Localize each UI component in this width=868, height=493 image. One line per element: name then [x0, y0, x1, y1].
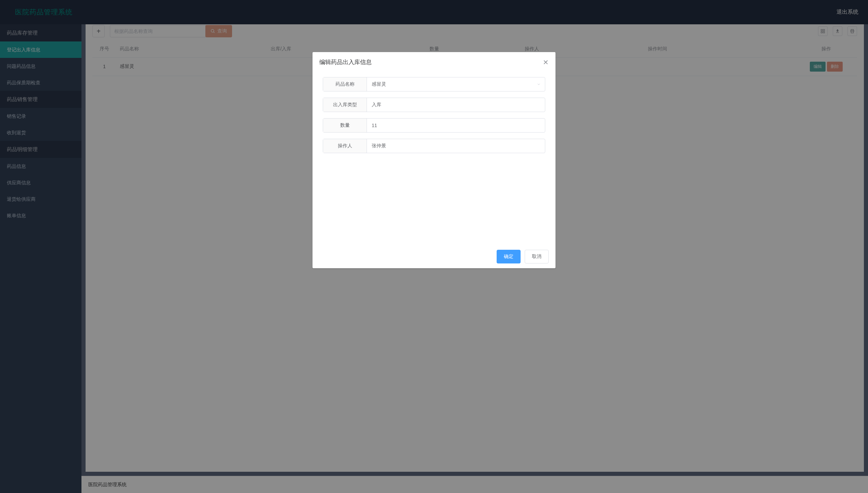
form-row-qty: 数量: [323, 118, 545, 133]
form-row-name: 药品名称: [323, 77, 545, 91]
close-icon: ✕: [543, 59, 549, 66]
close-button[interactable]: ✕: [543, 59, 549, 66]
confirm-button[interactable]: 确定: [497, 250, 521, 263]
input-operator[interactable]: [372, 139, 540, 153]
dialog-footer: 确定 取消: [312, 245, 556, 268]
input-quantity[interactable]: [372, 119, 540, 132]
dialog-body: 药品名称 出入库类型 数量 操作人: [312, 70, 556, 170]
input-drug-name[interactable]: [372, 77, 540, 91]
form-row-operator: 操作人: [323, 139, 545, 153]
label-quantity: 数量: [323, 119, 367, 132]
edit-dialog: 编辑药品出入库信息 ✕ 药品名称 出入库类型 数量: [312, 52, 556, 268]
label-drug-name: 药品名称: [323, 77, 367, 91]
form-row-type: 出入库类型: [323, 98, 545, 112]
dialog-title: 编辑药品出入库信息: [319, 58, 372, 66]
select-drug-name[interactable]: [367, 77, 545, 91]
cancel-button[interactable]: 取消: [525, 250, 549, 263]
dialog-header: 编辑药品出入库信息 ✕: [312, 52, 556, 70]
label-inout-type: 出入库类型: [323, 98, 367, 112]
input-inout-type[interactable]: [372, 98, 540, 112]
label-operator: 操作人: [323, 139, 367, 153]
chevron-down-icon: [537, 82, 541, 86]
